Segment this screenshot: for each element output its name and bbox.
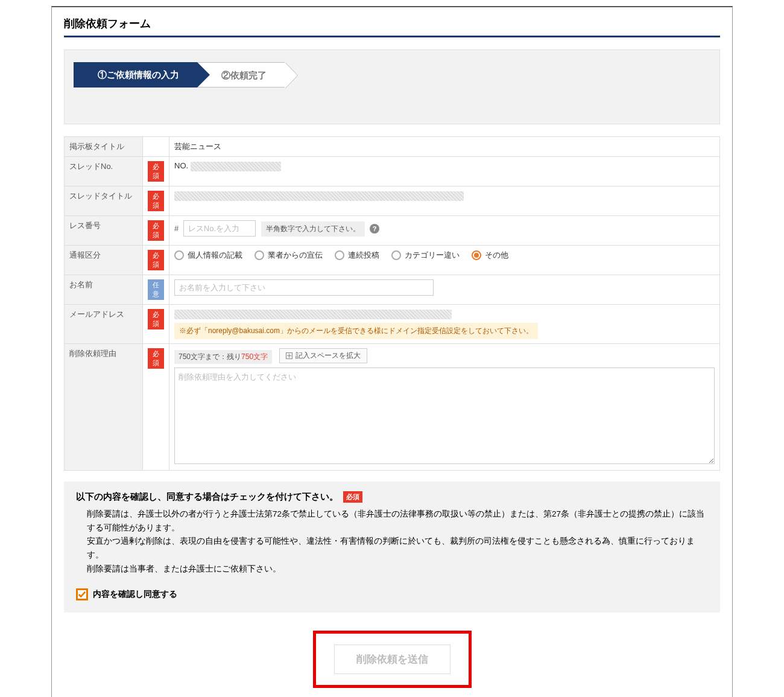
label-reason: 削除依頼理由 (65, 343, 143, 470)
radio-label: その他 (485, 250, 508, 261)
radio-icon (335, 250, 344, 260)
radio-icon (391, 250, 401, 260)
agreement-checkbox-label: 内容を確認し同意する (93, 589, 177, 600)
agreement-checkbox[interactable] (76, 588, 88, 600)
agreement-heading: 以下の内容を確認し、同意する場合はチェックを付けて下さい。 (76, 491, 338, 503)
required-badge: 必須 (148, 220, 164, 241)
required-badge: 必須 (148, 161, 164, 182)
email-domain-note: ※必ず「noreply@bakusai.com」からのメールを受信できる様にドメ… (174, 323, 538, 339)
res-prefix: # (174, 224, 179, 233)
optional-badge: 任意 (148, 279, 164, 300)
value-thread-no: NO. (169, 157, 720, 186)
label-res-no: レス番号 (65, 216, 143, 246)
agreement-text: 削除要請は、弁護士以外の者が行うと弁護士法第72条で禁止している（非弁護士の法律… (76, 508, 708, 577)
label-thread-no: スレッドNo. (65, 157, 143, 186)
label-thread-title: スレッドタイトル (65, 186, 143, 216)
label-report-type: 通報区分 (65, 246, 143, 275)
agreement-checkbox-wrap[interactable]: 内容を確認し同意する (76, 588, 708, 600)
report-option-0[interactable]: 個人情報の記載 (174, 250, 242, 261)
label-name: お名前 (65, 275, 143, 305)
reason-textarea[interactable] (174, 368, 715, 464)
name-input[interactable] (174, 279, 434, 296)
submit-highlight-box: 削除依頼を送信 (313, 631, 472, 688)
plus-icon (286, 352, 292, 359)
report-option-3[interactable]: カテゴリー違い (391, 250, 460, 261)
radio-label: 連続投稿 (348, 250, 379, 261)
char-counter: 750文字まで：残り750文字 (174, 350, 272, 364)
expand-textarea-button[interactable]: 記入スペースを拡大 (279, 348, 367, 363)
value-board-title: 芸能ニュース (169, 137, 720, 157)
required-badge: 必須 (148, 309, 164, 329)
radio-label: 個人情報の記載 (188, 250, 242, 261)
radio-icon (174, 250, 184, 260)
submit-button[interactable]: 削除依頼を送信 (334, 644, 450, 674)
res-no-input[interactable] (183, 220, 256, 237)
step-2: ②依頼完了 (197, 62, 285, 88)
page-title: 削除依頼フォーム (64, 16, 720, 37)
required-badge: 必須 (343, 491, 362, 503)
report-option-1[interactable]: 業者からの宣伝 (254, 250, 323, 261)
label-board-title: 掲示板タイトル (65, 137, 143, 157)
res-no-hint: 半角数字で入力して下さい。 (261, 221, 365, 237)
radio-icon (254, 250, 264, 260)
report-option-2[interactable]: 連続投稿 (335, 250, 379, 261)
step-1-active: ①ご依頼情報の入力 (74, 62, 197, 88)
required-badge: 必須 (148, 348, 164, 369)
value-thread-title (169, 186, 720, 216)
radio-label: カテゴリー違い (405, 250, 460, 261)
form-table: 掲示板タイトル 芸能ニュース スレッドNo. 必須 NO. スレッドタイトル 必… (64, 136, 720, 471)
label-email: メールアドレス (65, 305, 143, 344)
radio-icon (472, 250, 481, 260)
required-badge: 必須 (148, 191, 164, 211)
help-icon[interactable]: ? (370, 224, 379, 234)
report-option-4[interactable]: その他 (472, 250, 508, 261)
required-badge: 必須 (148, 250, 164, 270)
agreement-box: 以下の内容を確認し、同意する場合はチェックを付けて下さい。 必須 削除要請は、弁… (64, 482, 720, 613)
radio-label: 業者からの宣伝 (268, 250, 323, 261)
progress-steps: ①ご依頼情報の入力 ②依頼完了 (64, 49, 720, 124)
value-email (174, 309, 715, 319)
report-type-radios: 個人情報の記載業者からの宣伝連続投稿カテゴリー違いその他 (174, 250, 715, 261)
